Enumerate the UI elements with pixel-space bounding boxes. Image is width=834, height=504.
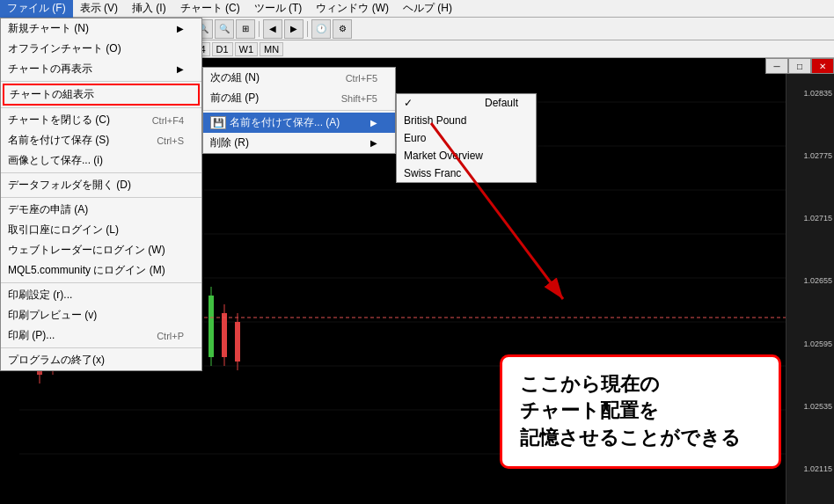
menu-item-save-as[interactable]: 名前を付けて保存 (S) Ctrl+S — [1, 130, 201, 150]
menu-sep-2 — [1, 107, 201, 108]
close-chart-shortcut: Ctrl+F4 — [152, 115, 184, 126]
submenu-next-group[interactable]: 次の組 (N) Ctrl+F5 — [203, 68, 395, 88]
save-as-icon: 💾 — [210, 116, 226, 129]
save-submenu: ✓ Default British Pound Euro Market Over… — [396, 93, 537, 183]
delete-label: 削除 (R) — [210, 135, 249, 150]
open-datafolder-label: データフォルダを開く (D) — [8, 178, 131, 193]
menu-item-offline-chart[interactable]: オフラインチャート (O) — [1, 39, 201, 59]
price-label-7: 1.02115 — [788, 464, 832, 473]
demo-account-label: デモ座の申請 (A) — [8, 202, 88, 217]
submenu-prev-group[interactable]: 前の組 (P) Shift+F5 — [203, 88, 395, 108]
menu-item-new-chart[interactable]: 新規チャート (N) ▶ — [1, 18, 201, 39]
save-submenu-market-overview[interactable]: Market Overview — [397, 147, 536, 164]
restore-button[interactable]: □ — [788, 58, 811, 74]
menu-chart[interactable]: チャート (C) — [173, 0, 247, 18]
menu-item-open-datafolder[interactable]: データフォルダを開く (D) — [1, 175, 201, 195]
next-group-label: 次の組 (N) — [210, 70, 260, 85]
submenu-delete[interactable]: 削除 (R) ▶ — [203, 133, 395, 153]
period-d1[interactable]: D1 — [212, 42, 233, 56]
market-overview-label: Market Overview — [404, 150, 483, 162]
menu-item-offline-label: オフラインチャート (O) — [8, 41, 121, 56]
price-label-4: 1.02655 — [788, 276, 832, 285]
submenu-save-as-name[interactable]: 💾 名前を付けて保存... (A) ▶ — [203, 113, 395, 133]
period-mn[interactable]: MN — [260, 42, 283, 56]
menu-item-web-login[interactable]: ウェブトレーダーにログイン (W) — [1, 240, 201, 260]
prev-group-shortcut: Shift+F5 — [341, 93, 377, 104]
menu-item-save-image[interactable]: 画像として保存... (i) — [1, 150, 201, 171]
menu-sep-5 — [1, 282, 201, 283]
delete-arrow-icon: ▶ — [370, 138, 377, 148]
annotation-balloon: ここから現在のチャート配置を記憶させることができる — [500, 354, 781, 469]
print-preview-label: 印刷プレビュー (v) — [8, 308, 97, 323]
redisplay-arrow-icon: ▶ — [177, 64, 184, 74]
group-submenu: 次の組 (N) Ctrl+F5 前の組 (P) Shift+F5 💾 名前を付け… — [202, 67, 396, 154]
menu-item-demo-account[interactable]: デモ座の申請 (A) — [1, 200, 201, 220]
menu-item-print-preview[interactable]: 印刷プレビュー (v) — [1, 305, 201, 325]
toolbar-back[interactable]: ◀ — [263, 19, 282, 39]
toolbar-sep4 — [307, 21, 308, 37]
price-axis: 1.02835 1.02775 1.02715 1.02655 1.02595 … — [786, 58, 834, 504]
save-submenu-euro[interactable]: Euro — [397, 129, 536, 147]
exit-label: プログラムの終了(x) — [8, 353, 105, 368]
price-label-3: 1.02715 — [788, 214, 832, 223]
menu-item-chart-redisplay[interactable]: チャートの再表示 ▶ — [1, 59, 201, 79]
menu-item-new-chart-label: 新規チャート (N) — [8, 21, 89, 36]
toolbar-forward[interactable]: ▶ — [284, 19, 304, 39]
menu-item-print[interactable]: 印刷 (P)... Ctrl+P — [1, 325, 201, 346]
menu-window[interactable]: ウィンドウ (W) — [309, 0, 396, 18]
save-as-label: 名前を付けて保存 (S) — [8, 133, 109, 148]
period-w1[interactable]: W1 — [235, 42, 259, 56]
price-label-5: 1.02595 — [788, 340, 832, 348]
toolbar-settings[interactable]: ⚙ — [333, 19, 352, 39]
save-as-shortcut: Ctrl+S — [157, 135, 184, 146]
price-label-6: 1.02535 — [788, 402, 832, 411]
file-menu: 新規チャート (N) ▶ オフラインチャート (O) チャートの再表示 ▶ チャ… — [0, 18, 202, 371]
default-label: Default — [485, 97, 518, 109]
next-group-shortcut: Ctrl+F5 — [346, 73, 377, 84]
save-submenu-default[interactable]: ✓ Default — [397, 94, 536, 112]
new-chart-arrow-icon: ▶ — [177, 24, 184, 33]
prev-group-label: 前の組 (P) — [210, 91, 259, 106]
swiss-franc-label: Swiss Franc — [404, 167, 461, 179]
menu-item-exit[interactable]: プログラムの終了(x) — [1, 350, 201, 370]
toolbar-clock[interactable]: 🕐 — [311, 19, 331, 39]
menu-item-close-chart[interactable]: チャートを閉じる (C) Ctrl+F4 — [1, 110, 201, 130]
save-submenu-swiss-franc[interactable]: Swiss Franc — [397, 164, 536, 182]
check-icon: ✓ — [404, 97, 413, 109]
toolbar-sep3 — [259, 21, 260, 37]
annotation-text: ここから現在のチャート配置を記憶させることができる — [520, 371, 761, 452]
save-as-arrow-icon: ▶ — [370, 118, 377, 128]
menu-insert[interactable]: 挿入 (I) — [125, 0, 173, 18]
menu-item-print-settings[interactable]: 印刷設定 (r)... — [1, 285, 201, 305]
price-label-2: 1.02775 — [788, 151, 832, 160]
mql5-login-label: MQL5.community にログイン (M) — [8, 263, 165, 278]
menu-sep-6 — [1, 347, 201, 348]
menu-item-mql5-login[interactable]: MQL5.community にログイン (M) — [1, 260, 201, 281]
british-pound-label: British Pound — [404, 114, 466, 127]
menu-item-chart-group[interactable]: チャートの組表示 — [3, 84, 200, 106]
menu-sep-4 — [1, 197, 201, 198]
toolbar-grid[interactable]: ⊞ — [236, 19, 255, 39]
window-controls: ─ □ ✕ — [765, 58, 834, 74]
print-shortcut: Ctrl+P — [157, 331, 184, 341]
toolbar-zoom-out[interactable]: 🔍 — [215, 19, 234, 39]
menu-help[interactable]: ヘルプ (H) — [396, 0, 459, 18]
menu-tools[interactable]: ツール (T) — [247, 0, 310, 18]
menu-item-login-account[interactable]: 取引口座にログイン (L) — [1, 220, 201, 240]
euro-label: Euro — [404, 132, 426, 144]
save-as-name-label: 名前を付けて保存... (A) — [230, 115, 340, 130]
print-label: 印刷 (P)... — [8, 328, 55, 343]
close-button[interactable]: ✕ — [811, 58, 834, 74]
menu-bar: ファイル (F) 表示 (V) 挿入 (I) チャート (C) ツール (T) … — [0, 0, 834, 18]
login-account-label: 取引口座にログイン (L) — [8, 223, 119, 237]
print-settings-label: 印刷設定 (r)... — [8, 288, 72, 303]
save-image-label: 画像として保存... (i) — [8, 153, 103, 168]
minimize-button[interactable]: ─ — [765, 58, 788, 74]
menu-view[interactable]: 表示 (V) — [73, 0, 125, 18]
menu-item-redisplay-label: チャートの再表示 — [8, 62, 92, 77]
save-submenu-british-pound[interactable]: British Pound — [397, 112, 536, 129]
menu-sep-3 — [1, 172, 201, 173]
menu-item-chart-group-label: チャートの組表示 — [10, 87, 94, 102]
menu-sep-1 — [1, 81, 201, 82]
menu-file[interactable]: ファイル (F) — [0, 0, 73, 18]
